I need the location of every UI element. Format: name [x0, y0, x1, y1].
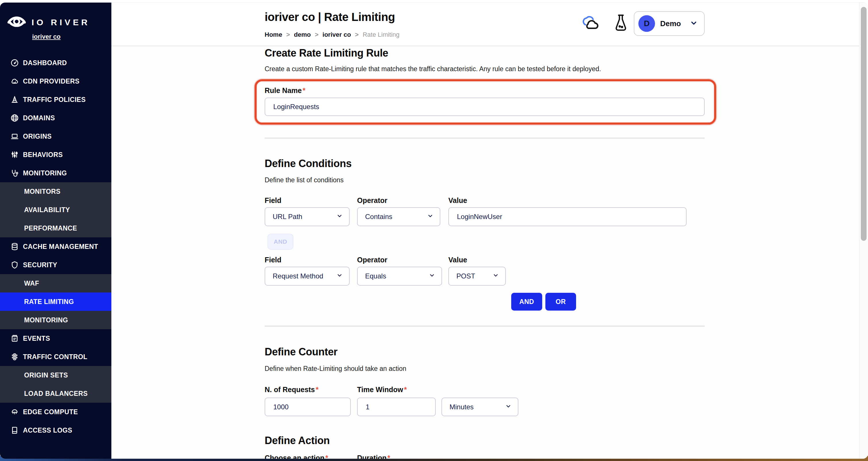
requests-label: N. of Requests* [265, 386, 319, 394]
value-label: Value [448, 196, 467, 205]
sidebar-item-monitoring-sub[interactable]: MONITORING [0, 311, 112, 329]
condition-joiner-chip: AND [268, 234, 293, 250]
breadcrumb: Home > demo > ioriver co > Rate Limiting [265, 31, 400, 38]
chevron-down-icon [336, 213, 343, 221]
condition2-field-select[interactable]: Request Method [265, 267, 350, 286]
time-window-input[interactable] [357, 398, 436, 416]
required-asterisk: * [303, 86, 305, 94]
breadcrumb-demo[interactable]: demo [294, 31, 311, 38]
account-name: Demo [660, 19, 690, 28]
sidebar-account-link[interactable]: ioriver co [32, 33, 61, 40]
counter-subtitle: Define when Rate-Limiting should take an… [265, 365, 406, 373]
required-asterisk: * [316, 386, 319, 394]
jellyfish-icon [10, 408, 19, 416]
sidebar-item-load-balancers[interactable]: LOAD BALANCERS [0, 385, 112, 403]
breadcrumb-current: Rate Limiting [363, 31, 399, 38]
conditions-subtitle: Define the list of conditions [265, 176, 344, 184]
chevron-down-icon [336, 272, 343, 280]
required-asterisk: * [404, 386, 407, 394]
brand-name: IO RIVER [32, 18, 90, 27]
condition2-operator-select[interactable]: Equals [357, 267, 442, 286]
or-button[interactable]: OR [546, 293, 576, 311]
section-divider [265, 326, 705, 327]
field-label: Field [265, 196, 281, 205]
breadcrumb-account[interactable]: ioriver co [322, 31, 351, 38]
sidebar-item-events[interactable]: EVENTS [0, 329, 112, 348]
required-asterisk: * [388, 454, 391, 459]
cloud-icon [10, 77, 19, 86]
rule-name-label: Rule Name* [265, 86, 305, 95]
condition1-value-input[interactable] [448, 207, 687, 226]
time-window-label: Time Window* [357, 386, 407, 394]
sidebar-item-traffic-policies[interactable]: TRAFFIC POLICIES [0, 90, 112, 109]
chevron-down-icon [429, 272, 435, 280]
condition1-field-select[interactable]: URL Path [265, 207, 350, 226]
conditions-heading: Define Conditions [265, 158, 352, 170]
sidebar-item-behaviors[interactable]: BEHAVIORS [0, 146, 112, 164]
chevron-down-icon [690, 19, 698, 28]
operator-label: Operator [357, 196, 388, 205]
sidebar-item-origins[interactable]: ORIGINS [0, 127, 112, 146]
requests-input[interactable] [265, 398, 351, 416]
sidebar: IO RIVER ioriver co DASHBOARD CDN PROVID… [0, 3, 112, 459]
logbook-icon [10, 426, 19, 435]
breadcrumb-separator: > [286, 31, 290, 38]
sidebar-item-waf[interactable]: WAF [0, 274, 112, 293]
main-area: ioriver co | Rate Limiting Home > demo >… [112, 3, 859, 459]
account-avatar: D [639, 15, 655, 32]
brand-block: IO RIVER ioriver co [0, 3, 112, 54]
traffic-light-icon [10, 352, 19, 361]
chevron-down-icon [493, 272, 499, 280]
value-label: Value [448, 256, 467, 264]
required-asterisk: * [325, 454, 328, 459]
sidebar-item-edge-compute[interactable]: EDGE COMPUTE [0, 403, 112, 421]
chevron-down-icon [505, 403, 512, 411]
page-title: ioriver co | Rate Limiting [265, 11, 395, 24]
create-rule-heading: Create Rate Limiting Rule [265, 47, 389, 59]
duration-label: Duration* [357, 454, 391, 459]
sidebar-item-availability[interactable]: AVAILABILITY [0, 201, 112, 219]
sidebar-item-monitors[interactable]: MONITORS [0, 182, 112, 201]
stethoscope-icon [10, 169, 19, 177]
condition2-value-select[interactable]: POST [448, 267, 506, 286]
chevron-down-icon [427, 213, 433, 221]
and-button[interactable]: AND [511, 293, 542, 311]
traffic-cone-icon [10, 95, 19, 104]
sidebar-item-security[interactable]: SECURITY [0, 256, 112, 274]
sidebar-item-origin-sets[interactable]: ORIGIN SETS [0, 366, 112, 385]
sidebar-item-rate-limiting[interactable]: RATE LIMITING [0, 293, 112, 311]
time-unit-select[interactable]: Minutes [441, 398, 518, 416]
condition1-operator-select[interactable]: Contains [357, 207, 440, 226]
create-rule-description: Create a custom Rate-Limiting rule that … [265, 65, 601, 73]
top-header: ioriver co | Rate Limiting Home > demo >… [112, 3, 859, 46]
breadcrumb-separator: > [315, 31, 319, 38]
desktop: IO RIVER ioriver co DASHBOARD CDN PROVID… [0, 0, 868, 461]
database-icon [10, 242, 19, 251]
action-heading: Define Action [265, 435, 330, 447]
choose-action-label: Choose an action* [265, 454, 328, 459]
cdn-sync-cloud-icon[interactable] [581, 14, 601, 33]
sidebar-item-domains[interactable]: DOMAINS [0, 109, 112, 127]
breadcrumb-separator: > [355, 31, 359, 38]
operator-label: Operator [357, 256, 388, 264]
laptop-icon [10, 132, 19, 141]
rule-name-input[interactable] [265, 98, 705, 116]
sidebar-item-cache-management[interactable]: CACHE MANAGEMENT [0, 237, 112, 256]
vertical-scrollbar-thumb[interactable] [861, 7, 867, 241]
gauge-icon [10, 59, 19, 67]
shield-icon [10, 260, 19, 269]
vertical-scrollbar-track [859, 3, 868, 459]
sidebar-item-traffic-control[interactable]: TRAFFIC CONTROL [0, 348, 112, 366]
app-window: IO RIVER ioriver co DASHBOARD CDN PROVID… [0, 2, 868, 459]
sidebar-item-performance[interactable]: PERFORMANCE [0, 219, 112, 237]
breadcrumb-home[interactable]: Home [265, 31, 282, 38]
account-menu[interactable]: D Demo [634, 11, 705, 36]
notepad-icon [10, 334, 19, 343]
sidebar-item-cdn-providers[interactable]: CDN PROVIDERS [0, 72, 112, 90]
globe-icon [10, 114, 19, 122]
flask-icon[interactable] [613, 13, 628, 33]
sidebar-item-access-logs[interactable]: ACCESS LOGS [0, 421, 112, 439]
ioriver-logo-icon [7, 13, 26, 31]
sidebar-item-dashboard[interactable]: DASHBOARD [0, 54, 112, 72]
sidebar-item-monitoring[interactable]: MONITORING [0, 164, 112, 182]
